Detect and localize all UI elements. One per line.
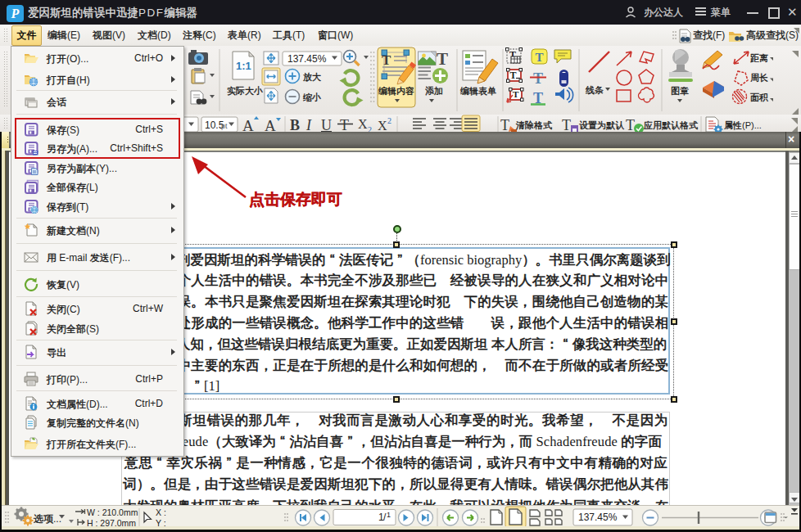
svg-text:T: T [513,89,519,99]
svg-text:137.45%: 137.45% [578,512,618,523]
svg-text:pt: pt [221,122,228,130]
svg-text:1: 1 [387,511,391,519]
svg-text:X: X [378,119,387,132]
svg-text:T: T [437,49,448,69]
svg-text:B: B [290,117,300,132]
svg-text:A: A [242,117,254,132]
svg-text:T: T [562,117,571,132]
svg-text:T: T [533,70,543,87]
svg-text:T: T [500,117,509,132]
svg-text:T: T [626,117,635,132]
svg-text:I: I [305,117,312,132]
svg-text:X: X [358,117,368,131]
svg-text:137.45%: 137.45% [287,53,327,65]
svg-text:2: 2 [368,125,372,132]
svg-text:A: A [265,117,276,132]
svg-text:U: U [321,117,332,132]
svg-text:1:1: 1:1 [236,60,251,72]
svg-text:T: T [536,51,544,64]
svg-text:2: 2 [387,116,391,125]
svg-text:T: T [510,70,517,81]
